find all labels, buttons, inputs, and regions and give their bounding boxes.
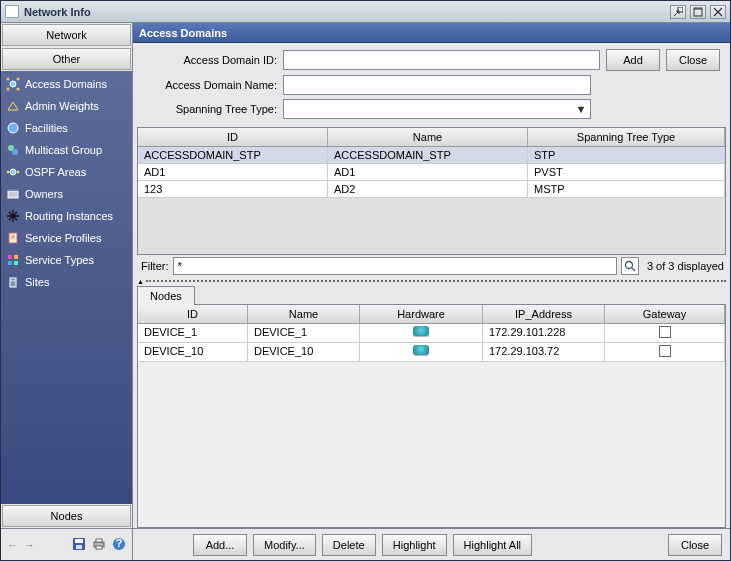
svg-point-11 — [10, 169, 16, 175]
svg-rect-19 — [8, 261, 12, 265]
col-hw[interactable]: Hardware — [360, 305, 483, 323]
close-button-bottom[interactable]: Close — [668, 534, 722, 556]
svg-point-4 — [7, 78, 10, 81]
profiles-icon — [5, 230, 21, 246]
cell-ip: 172.29.103.72 — [483, 343, 605, 361]
sidebar-item-service-profiles[interactable]: Service Profiles — [1, 227, 132, 249]
col-name[interactable]: Name — [248, 305, 360, 323]
domains-table: ID Name Spanning Tree Type ACCESSDOMAIN_… — [137, 127, 726, 255]
cell-name: ACCESSDOMAIN_STP — [328, 147, 528, 163]
domains-table-header: ID Name Spanning Tree Type — [138, 128, 725, 147]
sidebar-item-admin-weights[interactable]: Admin Weights — [1, 95, 132, 117]
table-row[interactable]: AD1 AD1 PVST — [138, 164, 725, 181]
cell-name: AD1 — [328, 164, 528, 180]
tab-nodes[interactable]: Nodes — [137, 286, 195, 305]
close-button[interactable]: Close — [666, 49, 720, 71]
add-button[interactable]: Add — [606, 49, 660, 71]
svg-rect-28 — [96, 539, 102, 542]
help-icon[interactable]: ? — [112, 537, 126, 553]
facilities-icon — [5, 120, 21, 136]
svg-rect-18 — [14, 255, 18, 259]
col-id[interactable]: ID — [138, 305, 248, 323]
table-row[interactable]: 123 AD2 MSTP — [138, 181, 725, 198]
sidebar-item-service-types[interactable]: Service Types — [1, 249, 132, 271]
close-icon[interactable] — [710, 5, 726, 19]
form-panel: Access Domain ID: Add Close Access Domai… — [133, 43, 730, 127]
svg-point-13 — [17, 171, 20, 174]
add-button-bottom[interactable]: Add... — [193, 534, 247, 556]
save-icon[interactable] — [72, 537, 86, 553]
filter-label: Filter: — [137, 260, 173, 272]
sidebar-tab-network[interactable]: Network — [2, 24, 131, 46]
gateway-checkbox[interactable] — [659, 326, 671, 338]
table-row[interactable]: DEVICE_10 DEVICE_10 172.29.103.72 — [138, 343, 725, 362]
back-icon[interactable]: ← — [7, 539, 18, 551]
cell-gw — [605, 324, 725, 342]
table-row[interactable]: ACCESSDOMAIN_STP ACCESSDOMAIN_STP STP — [138, 147, 725, 164]
table-row[interactable]: DEVICE_1 DEVICE_1 172.29.101.228 — [138, 324, 725, 343]
svg-rect-26 — [76, 545, 82, 549]
gateway-checkbox[interactable] — [659, 345, 671, 357]
maximize-icon[interactable] — [690, 5, 706, 19]
svg-rect-17 — [8, 255, 12, 259]
spanning-tree-type-select[interactable]: ▼ — [283, 99, 591, 119]
highlight-button[interactable]: Highlight — [382, 534, 447, 556]
tabs: Nodes — [137, 285, 726, 305]
svg-rect-22 — [11, 280, 13, 282]
svg-point-10 — [12, 149, 18, 155]
cell-stt: PVST — [528, 164, 725, 180]
sidebar-item-access-domains[interactable]: Access Domains — [1, 73, 132, 95]
svg-point-5 — [17, 78, 20, 81]
name-label: Access Domain Name: — [143, 79, 283, 91]
cell-hw — [360, 324, 483, 342]
sidebar-item-label: Multicast Group — [25, 144, 102, 156]
bottom-toolbar: Add... Modify... Delete Highlight Highli… — [133, 528, 730, 560]
sidebar-item-label: Service Types — [25, 254, 94, 266]
print-icon[interactable] — [92, 537, 106, 553]
delete-button[interactable]: Delete — [322, 534, 376, 556]
detach-icon[interactable] — [670, 5, 686, 19]
sidebar-item-facilities[interactable]: Facilities — [1, 117, 132, 139]
highlight-all-button[interactable]: Highlight All — [453, 534, 532, 556]
sidebar-item-label: Owners — [25, 188, 63, 200]
cell-name: DEVICE_10 — [248, 343, 360, 361]
sidebar-item-routing-instances[interactable]: Routing Instances — [1, 205, 132, 227]
sidebar-item-label: Routing Instances — [25, 210, 113, 222]
sidebar-item-sites[interactable]: Sites — [1, 271, 132, 293]
access-domain-name-input[interactable] — [283, 75, 591, 95]
access-domain-id-input[interactable] — [283, 50, 600, 70]
col-ip[interactable]: IP_Address — [483, 305, 605, 323]
svg-point-12 — [7, 171, 10, 174]
id-label: Access Domain ID: — [143, 54, 283, 66]
svg-point-7 — [17, 88, 20, 91]
col-name[interactable]: Name — [328, 128, 528, 146]
search-icon[interactable] — [621, 257, 639, 275]
sidebar-item-ospf-areas[interactable]: OSPF Areas — [1, 161, 132, 183]
weights-icon — [5, 98, 21, 114]
split-handle[interactable]: ▲ — [137, 277, 726, 285]
filter-input[interactable] — [173, 257, 617, 275]
main-header: Access Domains — [133, 23, 730, 43]
sidebar-tab-nodes[interactable]: Nodes — [2, 505, 131, 527]
sidebar: Network Other Access Domains Admin Weigh… — [1, 23, 133, 560]
sidebar-item-label: Facilities — [25, 122, 68, 134]
svg-text:?: ? — [116, 537, 123, 549]
svg-rect-29 — [96, 546, 102, 549]
forward-icon[interactable]: → — [24, 539, 35, 551]
owners-icon — [5, 186, 21, 202]
cell-id: AD1 — [138, 164, 328, 180]
svg-line-34 — [632, 268, 635, 271]
cell-id: DEVICE_1 — [138, 324, 248, 342]
col-gw[interactable]: Gateway — [605, 305, 725, 323]
sidebar-item-owners[interactable]: Owners — [1, 183, 132, 205]
sidebar-item-label: OSPF Areas — [25, 166, 86, 178]
modify-button[interactable]: Modify... — [253, 534, 316, 556]
sidebar-tab-other[interactable]: Other — [2, 48, 131, 70]
cell-name: DEVICE_1 — [248, 324, 360, 342]
col-id[interactable]: ID — [138, 128, 328, 146]
svg-point-33 — [625, 262, 632, 269]
window-title: Network Info — [24, 6, 91, 18]
col-stt[interactable]: Spanning Tree Type — [528, 128, 725, 146]
sidebar-item-multicast-group[interactable]: Multicast Group — [1, 139, 132, 161]
sidebar-tree: Access Domains Admin Weights Facilities … — [1, 71, 132, 504]
